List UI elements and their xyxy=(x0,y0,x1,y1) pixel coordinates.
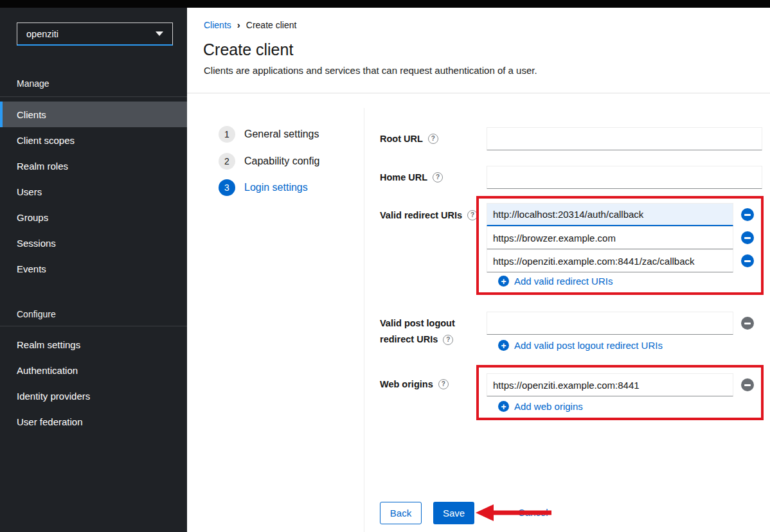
plus-icon: + xyxy=(498,401,509,412)
header-divider xyxy=(187,93,770,94)
add-web-origins-link[interactable]: + Add web origins xyxy=(498,401,583,412)
home-url-input[interactable] xyxy=(487,166,762,189)
page-title: Create client xyxy=(203,40,293,59)
post-logout-uri-input[interactable] xyxy=(487,312,733,335)
plus-icon: + xyxy=(498,276,509,287)
sidebar-item-sessions[interactable]: Sessions xyxy=(0,230,187,256)
sidebar-item-realm-roles[interactable]: Realm roles xyxy=(0,153,187,179)
step-number-badge: 2 xyxy=(219,153,235,170)
breadcrumb-current: Create client xyxy=(246,20,297,30)
step-number-badge: 3 xyxy=(219,179,235,196)
step-label: General settings xyxy=(244,129,319,140)
nav-section-configure: Configure xyxy=(17,309,56,319)
label-text: Valid redirect URIs xyxy=(380,209,462,222)
sidebar-item-clients[interactable]: Clients xyxy=(0,102,187,127)
sidebar-item-groups[interactable]: Groups xyxy=(0,204,187,230)
step-label: Login settings xyxy=(244,182,308,193)
label-text: Home URL xyxy=(380,171,427,184)
wizard-step-general-settings[interactable]: 1 General settings xyxy=(219,126,319,143)
label-text: Root URL xyxy=(380,132,423,145)
root-url-input[interactable] xyxy=(487,127,762,150)
wizard-form-divider xyxy=(364,108,364,532)
label-text-line1: Valid post logout xyxy=(380,315,455,332)
top-masthead xyxy=(0,0,770,8)
add-link-label: Add valid post logout redirect URIs xyxy=(514,340,663,351)
sidebar-nav: openziti Manage Clients Client scopes Re… xyxy=(0,8,187,532)
home-url-label: Home URL ? xyxy=(380,171,443,184)
realm-selector-dropdown[interactable]: openziti xyxy=(17,22,173,46)
sidebar-item-client-scopes[interactable]: Client scopes xyxy=(0,127,187,153)
sidebar-item-label: Events xyxy=(17,263,46,274)
page-subtitle: Clients are applications and services th… xyxy=(204,65,537,76)
web-origins-input[interactable] xyxy=(487,373,733,396)
help-icon[interactable]: ? xyxy=(443,335,453,345)
sidebar-item-label: Realm roles xyxy=(17,161,68,172)
nav-section-manage: Manage xyxy=(17,78,49,89)
breadcrumb-clients-link[interactable]: Clients xyxy=(204,20,231,30)
sidebar-item-events[interactable]: Events xyxy=(0,256,187,281)
root-url-label: Root URL ? xyxy=(380,132,438,145)
valid-post-logout-label: Valid post logout redirect URIs ? xyxy=(380,315,455,348)
sidebar-item-label: Users xyxy=(17,186,42,197)
add-valid-redirect-uris-link[interactable]: + Add valid redirect URIs xyxy=(498,276,613,287)
chevron-down-icon xyxy=(156,31,163,36)
step-label: Capability config xyxy=(244,155,319,167)
sidebar-item-realm-settings[interactable]: Realm settings xyxy=(0,332,187,357)
nav-divider xyxy=(0,96,187,97)
remove-redirect-uri-1-button[interactable] xyxy=(741,208,754,221)
sidebar-item-authentication[interactable]: Authentication xyxy=(0,357,187,383)
remove-web-origin-button[interactable] xyxy=(741,378,754,391)
remove-redirect-uri-2-button[interactable] xyxy=(741,231,754,244)
sidebar-item-users[interactable]: Users xyxy=(0,179,187,204)
sidebar-item-label: Identity providers xyxy=(17,391,90,402)
help-icon[interactable]: ? xyxy=(467,210,478,220)
add-link-label: Add web origins xyxy=(514,401,583,412)
wizard-step-login-settings[interactable]: 3 Login settings xyxy=(219,179,308,196)
sidebar-item-label: Client scopes xyxy=(17,135,75,146)
breadcrumb: Clients › Create client xyxy=(204,20,296,30)
create-client-page: openziti Manage Clients Client scopes Re… xyxy=(0,0,770,532)
sidebar-item-label: User federation xyxy=(17,416,83,427)
sidebar-item-label: Sessions xyxy=(17,238,56,249)
breadcrumb-chevron-icon: › xyxy=(237,21,240,30)
help-icon[interactable]: ? xyxy=(433,172,443,182)
web-origins-label: Web origins ? xyxy=(380,378,449,391)
sidebar-item-label: Realm settings xyxy=(17,339,80,350)
label-text: Web origins xyxy=(380,378,433,391)
back-button[interactable]: Back xyxy=(380,502,422,524)
sidebar-item-identity-providers[interactable]: Identity providers xyxy=(0,383,187,409)
sidebar-item-user-federation[interactable]: User federation xyxy=(0,409,187,434)
step-number-badge: 1 xyxy=(219,126,235,143)
nav-divider xyxy=(0,326,187,326)
save-button[interactable]: Save xyxy=(433,502,474,524)
label-text-line2: redirect URIs xyxy=(380,332,438,348)
remove-redirect-uri-3-button[interactable] xyxy=(741,254,754,267)
sidebar-item-label: Clients xyxy=(17,109,46,120)
plus-icon: + xyxy=(498,340,509,351)
redirect-uri-input-2[interactable] xyxy=(487,226,733,249)
wizard-step-capability-config[interactable]: 2 Capability config xyxy=(219,153,319,170)
sidebar-item-label: Authentication xyxy=(17,365,78,376)
add-link-label: Add valid redirect URIs xyxy=(514,276,613,287)
cancel-link[interactable]: Cancel xyxy=(518,507,548,518)
redirect-uri-input-3[interactable] xyxy=(487,249,733,272)
sidebar-item-label: Groups xyxy=(17,212,48,223)
realm-selector-value: openziti xyxy=(26,29,58,39)
help-icon[interactable]: ? xyxy=(438,379,449,389)
valid-redirect-uris-label: Valid redirect URIs ? xyxy=(380,209,478,222)
help-icon[interactable]: ? xyxy=(428,134,438,144)
redirect-uri-input-1[interactable] xyxy=(487,203,733,226)
add-post-logout-uris-link[interactable]: + Add valid post logout redirect URIs xyxy=(498,340,663,351)
remove-post-logout-uri-button[interactable] xyxy=(741,317,754,330)
